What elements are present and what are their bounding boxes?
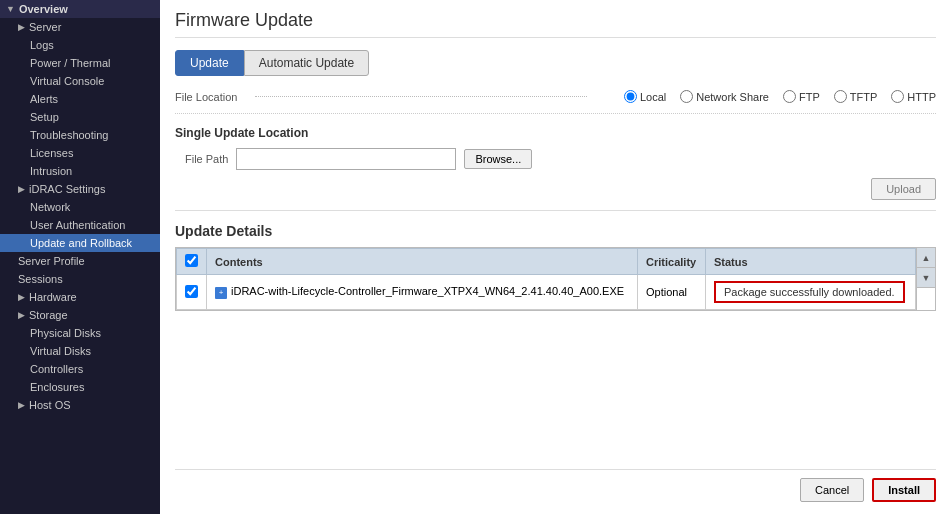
sidebar-label-storage: Storage: [29, 309, 68, 321]
sidebar-label-hardware: Hardware: [29, 291, 77, 303]
sidebar-label-licenses: Licenses: [30, 147, 73, 159]
install-button[interactable]: Install: [872, 478, 936, 502]
expand-icon: ▶: [18, 400, 25, 410]
sidebar-item-overview[interactable]: ▼Overview: [0, 0, 160, 18]
sidebar-label-troubleshooting: Troubleshooting: [30, 129, 108, 141]
sidebar-item-virtual-console[interactable]: Virtual Console: [0, 72, 160, 90]
sidebar-item-physical-disks[interactable]: Physical Disks: [0, 324, 160, 342]
option-network-share[interactable]: Network Share: [680, 90, 769, 103]
sidebar-label-logs: Logs: [30, 39, 54, 51]
update-details-table: Contents Criticality Status +iDRAC-with-…: [176, 248, 916, 310]
sidebar-item-power-thermal[interactable]: Power / Thermal: [0, 54, 160, 72]
sidebar-label-physical-disks: Physical Disks: [30, 327, 101, 339]
file-path-label: File Path: [185, 153, 228, 165]
expand-icon: ▶: [18, 310, 25, 320]
sidebar-item-hardware[interactable]: ▶Hardware: [0, 288, 160, 306]
sidebar-label-server: Server: [29, 21, 61, 33]
scroll-down-button[interactable]: ▼: [917, 268, 935, 288]
sidebar-item-alerts[interactable]: Alerts: [0, 90, 160, 108]
option-local[interactable]: Local: [624, 90, 666, 103]
col-header-checkbox: [177, 249, 207, 275]
sidebar-label-virtual-disks: Virtual Disks: [30, 345, 91, 357]
option-http[interactable]: HTTP: [891, 90, 936, 103]
update-details-title: Update Details: [175, 223, 936, 239]
sidebar-label-host-os: Host OS: [29, 399, 71, 411]
sidebar-label-power-thermal: Power / Thermal: [30, 57, 111, 69]
tab-bar: Update Automatic Update: [175, 50, 936, 76]
sidebar-item-update-rollback[interactable]: Update and Rollback: [0, 234, 160, 252]
row-checkbox-0[interactable]: [185, 285, 198, 298]
cancel-button[interactable]: Cancel: [800, 478, 864, 502]
file-location-label: File Location: [175, 91, 237, 103]
browse-button[interactable]: Browse...: [464, 149, 532, 169]
row-contents-0: +iDRAC-with-Lifecycle-Controller_Firmwar…: [207, 275, 638, 310]
sidebar-item-logs[interactable]: Logs: [0, 36, 160, 54]
tab-automatic-update[interactable]: Automatic Update: [244, 50, 369, 76]
file-icon: +: [215, 287, 227, 299]
col-header-contents: Contents: [207, 249, 638, 275]
file-location-options: Local Network Share FTP TFTP HTTP: [605, 90, 936, 103]
table-scroll-buttons: ▲ ▼: [916, 248, 935, 310]
sidebar-label-user-authentication: User Authentication: [30, 219, 125, 231]
sidebar-item-user-authentication[interactable]: User Authentication: [0, 216, 160, 234]
sidebar-label-overview: Overview: [19, 3, 68, 15]
row-criticality-0: Optional: [638, 275, 706, 310]
sidebar-item-setup[interactable]: Setup: [0, 108, 160, 126]
main-content: Firmware Update Update Automatic Update …: [160, 0, 951, 514]
update-details-table-container: Contents Criticality Status +iDRAC-with-…: [175, 247, 936, 311]
sidebar-item-troubleshooting[interactable]: Troubleshooting: [0, 126, 160, 144]
sidebar-item-host-os[interactable]: ▶Host OS: [0, 396, 160, 414]
sidebar-label-server-profile: Server Profile: [18, 255, 85, 267]
sidebar-item-licenses[interactable]: Licenses: [0, 144, 160, 162]
upload-row: Upload: [175, 178, 936, 211]
page-title: Firmware Update: [175, 10, 936, 38]
table-row: +iDRAC-with-Lifecycle-Controller_Firmwar…: [177, 275, 916, 310]
collapse-icon: ▼: [6, 4, 15, 14]
expand-icon: ▶: [18, 22, 25, 32]
file-path-input[interactable]: [236, 148, 456, 170]
upload-button[interactable]: Upload: [871, 178, 936, 200]
sidebar-label-sessions: Sessions: [18, 273, 63, 285]
sidebar-label-controllers: Controllers: [30, 363, 83, 375]
file-path-row: File Path Browse...: [175, 148, 936, 170]
row-status-0: Package successfully downloaded.: [705, 275, 915, 310]
sidebar-label-alerts: Alerts: [30, 93, 58, 105]
sidebar-label-update-rollback: Update and Rollback: [30, 237, 132, 249]
tab-update[interactable]: Update: [175, 50, 244, 76]
sidebar-label-virtual-console: Virtual Console: [30, 75, 104, 87]
expand-icon: ▶: [18, 292, 25, 302]
expand-icon: ▶: [18, 184, 25, 194]
sidebar-item-sessions[interactable]: Sessions: [0, 270, 160, 288]
col-header-status: Status: [705, 249, 915, 275]
sidebar-item-server-profile[interactable]: Server Profile: [0, 252, 160, 270]
sidebar-label-idrac-settings: iDRAC Settings: [29, 183, 105, 195]
select-all-checkbox[interactable]: [185, 254, 198, 267]
sidebar-item-intrusion[interactable]: Intrusion: [0, 162, 160, 180]
footer: Cancel Install: [175, 469, 936, 504]
sidebar-item-idrac-settings[interactable]: ▶iDRAC Settings: [0, 180, 160, 198]
sidebar-item-network[interactable]: Network: [0, 198, 160, 216]
sidebar-label-enclosures: Enclosures: [30, 381, 84, 393]
status-badge: Package successfully downloaded.: [714, 281, 905, 303]
file-location-row: File Location Local Network Share FTP TF…: [175, 90, 936, 114]
sidebar: ▼Overview▶ServerLogsPower / ThermalVirtu…: [0, 0, 160, 514]
sidebar-item-enclosures[interactable]: Enclosures: [0, 378, 160, 396]
sidebar-item-server[interactable]: ▶Server: [0, 18, 160, 36]
col-header-criticality: Criticality: [638, 249, 706, 275]
single-update-title: Single Update Location: [175, 126, 936, 140]
sidebar-item-storage[interactable]: ▶Storage: [0, 306, 160, 324]
option-tftp[interactable]: TFTP: [834, 90, 878, 103]
sidebar-label-network: Network: [30, 201, 70, 213]
sidebar-label-setup: Setup: [30, 111, 59, 123]
option-ftp[interactable]: FTP: [783, 90, 820, 103]
sidebar-item-virtual-disks[interactable]: Virtual Disks: [0, 342, 160, 360]
sidebar-label-intrusion: Intrusion: [30, 165, 72, 177]
sidebar-item-controllers[interactable]: Controllers: [0, 360, 160, 378]
scroll-up-button[interactable]: ▲: [917, 248, 935, 268]
